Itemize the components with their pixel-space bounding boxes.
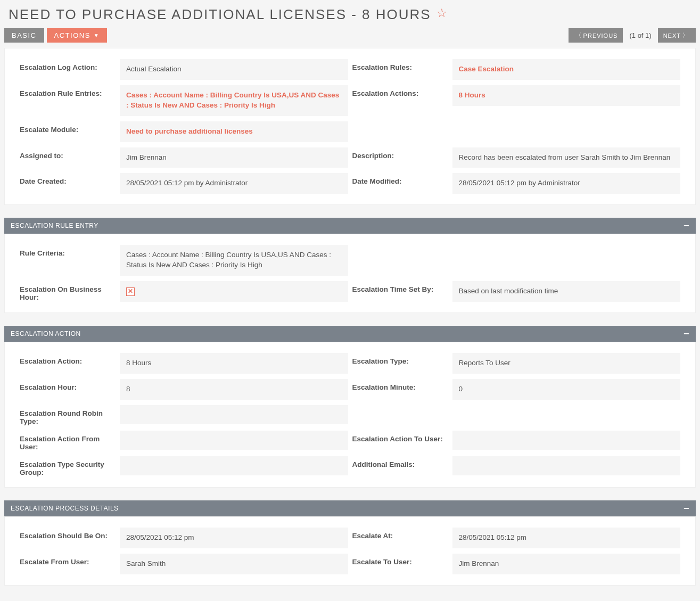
- value-date-modified: 28/05/2021 05:12 pm by Administrator: [452, 173, 681, 194]
- next-button[interactable]: NEXT 〉: [658, 28, 696, 43]
- actions-label: ACTIONS: [54, 31, 90, 39]
- label-escalation-rule-entries: Escalation Rule Entries:: [20, 85, 116, 97]
- label-escalation-should-be-on: Escalation Should Be On:: [20, 528, 116, 540]
- value-escalation-action-to-user: [452, 431, 681, 450]
- label-rule-criteria: Rule Criteria:: [20, 245, 116, 257]
- process-panel: Escalation Should Be On: 28/05/2021 05:1…: [4, 516, 696, 586]
- section-title-action: ESCALATION ACTION: [11, 330, 81, 337]
- section-title-process: ESCALATION PROCESS DETAILS: [11, 505, 119, 512]
- value-escalate-at: 28/05/2021 05:12 pm: [452, 528, 681, 548]
- value-assigned-to: Jim Brennan: [120, 147, 348, 168]
- next-label: NEXT: [663, 32, 681, 39]
- value-escalation-rules[interactable]: Case Escalation: [452, 59, 681, 80]
- rule-entry-panel: Rule Criteria: Cases : Account Name : Bi…: [4, 234, 696, 313]
- value-escalation-type: Reports To User: [452, 353, 681, 374]
- label-escalation-rules: Escalation Rules:: [352, 59, 448, 71]
- main-panel: Escalation Log Action: Actual Escalation…: [4, 48, 696, 205]
- minus-icon: −: [683, 506, 689, 511]
- section-header-rule-entry[interactable]: ESCALATION RULE ENTRY −: [4, 218, 696, 234]
- chevron-left-icon: 〈: [575, 31, 582, 39]
- label-escalation-hour: Escalation Hour:: [20, 379, 116, 391]
- value-escalation-round-robin-type: [120, 405, 348, 424]
- label-assigned-to: Assigned to:: [20, 147, 116, 160]
- value-escalation-should-be-on: 28/05/2021 05:12 pm: [120, 528, 348, 548]
- previous-button[interactable]: 〈 PREVIOUS: [569, 28, 623, 43]
- value-description: Record has been escalated from user Sara…: [452, 147, 681, 168]
- page-count: (1 of 1): [629, 31, 651, 39]
- value-escalation-minute: 0: [452, 379, 681, 400]
- label-escalate-module: Escalate Module:: [20, 121, 116, 134]
- value-escalate-module[interactable]: Need to purchase additional licenses: [120, 121, 348, 142]
- value-escalation-hour: 8: [120, 379, 348, 400]
- value-escalation-action: 8 Hours: [120, 353, 348, 374]
- label-date-created: Date Created:: [20, 173, 116, 185]
- value-rule-criteria: Cases : Account Name : Billing Country I…: [120, 245, 348, 276]
- value-escalate-to-user: Jim Brennan: [452, 554, 681, 574]
- value-escalation-log-action: Actual Escalation: [120, 59, 348, 80]
- section-header-process[interactable]: ESCALATION PROCESS DETAILS −: [4, 500, 696, 516]
- value-escalation-on-business-hour: ✕: [120, 281, 348, 302]
- caret-down-icon: ▼: [94, 32, 100, 38]
- label-escalation-action-to-user: Escalation Action To User:: [352, 431, 448, 443]
- value-escalation-actions[interactable]: 8 Hours: [452, 85, 681, 106]
- label-escalation-action-from-user: Escalation Action From User:: [20, 431, 116, 451]
- label-escalation-type: Escalation Type:: [352, 353, 448, 365]
- value-additional-emails: [452, 456, 681, 475]
- label-escalation-minute: Escalation Minute:: [352, 379, 448, 391]
- previous-label: PREVIOUS: [583, 32, 618, 39]
- value-date-created: 28/05/2021 05:12 pm by Administrator: [120, 173, 348, 194]
- value-escalation-type-security-group: [120, 456, 348, 475]
- label-description: Description:: [352, 147, 448, 160]
- label-escalation-log-action: Escalation Log Action:: [20, 59, 116, 71]
- actions-button[interactable]: ACTIONS ▼: [47, 28, 108, 43]
- label-escalation-round-robin-type: Escalation Round Robin Type:: [20, 405, 116, 425]
- value-escalation-action-from-user: [120, 431, 348, 450]
- label-escalate-from-user: Escalate From User:: [20, 554, 116, 566]
- section-header-action[interactable]: ESCALATION ACTION −: [4, 326, 696, 342]
- value-escalation-time-set-by: Based on last modification time: [452, 281, 681, 302]
- label-escalate-to-user: Escalate To User:: [352, 554, 448, 566]
- label-escalate-at: Escalate At:: [352, 528, 448, 540]
- minus-icon: −: [683, 223, 689, 228]
- page-title: NEED TO PURCHASE ADDITIONAL LICENSES - 8…: [9, 6, 431, 23]
- value-escalation-rule-entries[interactable]: Cases : Account Name : Billing Country I…: [120, 85, 348, 116]
- value-escalate-from-user: Sarah Smith: [120, 554, 348, 574]
- minus-icon: −: [683, 331, 689, 336]
- label-escalation-actions: Escalation Actions:: [352, 85, 448, 97]
- section-title-rule-entry: ESCALATION RULE ENTRY: [11, 222, 98, 229]
- label-date-modified: Date Modified:: [352, 173, 448, 185]
- label-additional-emails: Additional Emails:: [352, 456, 448, 468]
- label-escalation-on-business-hour: Escalation On Business Hour:: [20, 281, 116, 301]
- basic-button[interactable]: BASIC: [4, 28, 44, 43]
- unchecked-box-icon: ✕: [126, 287, 135, 296]
- label-escalation-action: Escalation Action:: [20, 353, 116, 365]
- label-escalation-time-set-by: Escalation Time Set By:: [352, 281, 448, 293]
- label-escalation-type-security-group: Escalation Type Security Group:: [20, 456, 116, 476]
- favorite-star-icon[interactable]: ☆: [437, 6, 447, 20]
- chevron-right-icon: 〉: [682, 31, 689, 39]
- action-panel: Escalation Action: 8 Hours Escalation Ty…: [4, 342, 696, 488]
